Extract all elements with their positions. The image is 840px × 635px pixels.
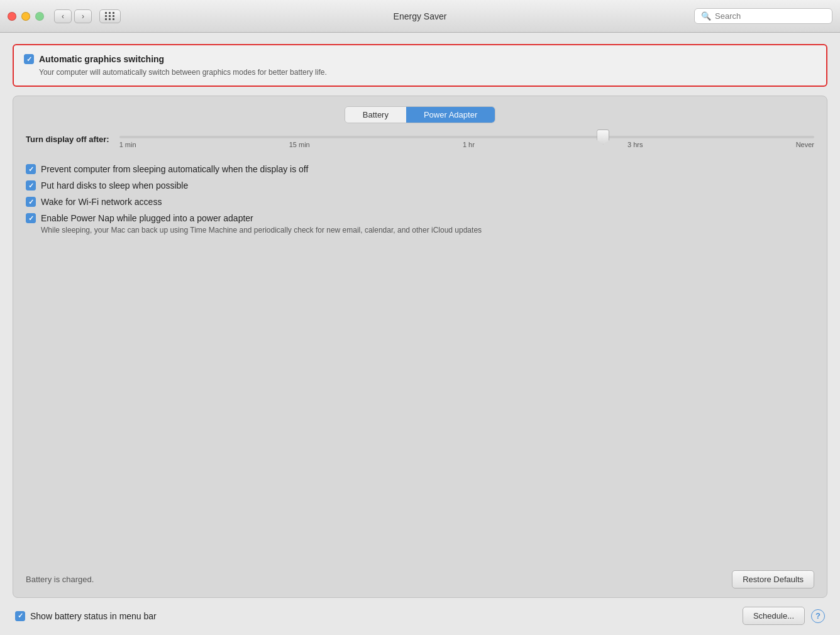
option-label-1: Put hard disks to sleep when possible (41, 180, 188, 190)
show-battery-row: Show battery status in menu bar (15, 611, 157, 621)
option-label-2: Wake for Wi-Fi network access (41, 197, 162, 207)
tab-group: Battery Power Adapter (345, 106, 495, 123)
slider-label-1hr: 1 hr (463, 141, 475, 148)
forward-button[interactable]: › (74, 9, 92, 23)
slider-label-15min: 15 min (289, 141, 310, 148)
auto-graphics-section: Automatic graphics switching Your comput… (13, 44, 827, 87)
search-icon: 🔍 (701, 11, 711, 21)
auto-graphics-description: Your computer will automatically switch … (39, 68, 816, 77)
option-row-0: Prevent computer from sleeping automatic… (26, 164, 814, 174)
auto-graphics-label: Automatic graphics switching (39, 54, 164, 64)
slider-tick-labels: 1 min 15 min 1 hr 3 hrs Never (119, 141, 814, 148)
search-input[interactable] (715, 11, 826, 21)
option-checkbox-1[interactable] (26, 180, 36, 190)
option-row-3: Enable Power Nap while plugged into a po… (26, 213, 814, 223)
traffic-lights (8, 12, 44, 21)
option-checkbox-0[interactable] (26, 164, 36, 174)
tab-switcher: Battery Power Adapter (26, 106, 814, 123)
titlebar: ‹ › Energy Saver 🔍 (0, 0, 840, 33)
slider-label-3hrs: 3 hrs (627, 141, 643, 148)
minimize-button[interactable] (21, 12, 30, 21)
auto-graphics-row: Automatic graphics switching (24, 54, 816, 64)
nav-buttons: ‹ › (54, 9, 92, 23)
schedule-button[interactable]: Schedule... (743, 607, 805, 625)
footer-right: Schedule... ? (743, 607, 825, 625)
bottom-bar: Battery is charged. Restore Defaults (26, 563, 814, 588)
option-row-1: Put hard disks to sleep when possible (26, 180, 814, 190)
window-title: Energy Saver (394, 11, 447, 21)
restore-defaults-button[interactable]: Restore Defaults (732, 570, 814, 588)
list-item: Enable Power Nap while plugged into a po… (26, 213, 814, 235)
main-content: Automatic graphics switching Your comput… (0, 33, 840, 635)
list-item: Wake for Wi-Fi network access (26, 197, 814, 207)
show-battery-label: Show battery status in menu bar (30, 611, 157, 621)
option-label-3: Enable Power Nap while plugged into a po… (41, 213, 253, 223)
search-box[interactable]: 🔍 (694, 8, 832, 24)
battery-status: Battery is charged. (26, 575, 94, 584)
slider-section: Turn display off after: 1 min 15 min 1 h… (26, 135, 814, 149)
auto-graphics-checkbox[interactable] (24, 54, 34, 64)
option-desc-3: While sleeping, your Mac can back up usi… (41, 226, 814, 235)
grid-icon (105, 12, 115, 20)
options-list: Prevent computer from sleeping automatic… (26, 164, 814, 235)
slider-label-never: Never (796, 141, 814, 148)
slider-label-1min: 1 min (119, 141, 136, 148)
slider-label: Turn display off after: (26, 135, 109, 144)
option-checkbox-2[interactable] (26, 197, 36, 207)
grid-view-button[interactable] (99, 9, 121, 23)
list-item: Prevent computer from sleeping automatic… (26, 164, 814, 174)
tab-battery[interactable]: Battery (345, 107, 406, 123)
tab-power-adapter[interactable]: Power Adapter (406, 107, 495, 123)
help-button[interactable]: ? (811, 609, 825, 623)
option-label-0: Prevent computer from sleeping automatic… (41, 164, 308, 174)
maximize-button[interactable] (35, 12, 44, 21)
option-checkbox-3[interactable] (26, 213, 36, 223)
list-item: Put hard disks to sleep when possible (26, 180, 814, 190)
panel-box: Battery Power Adapter Turn display off a… (13, 96, 827, 598)
back-button[interactable]: ‹ (54, 9, 72, 23)
option-row-2: Wake for Wi-Fi network access (26, 197, 814, 207)
close-button[interactable] (8, 12, 16, 21)
show-battery-checkbox[interactable] (15, 611, 25, 621)
display-off-slider[interactable] (119, 136, 814, 138)
footer-bar: Show battery status in menu bar Schedule… (13, 607, 827, 625)
